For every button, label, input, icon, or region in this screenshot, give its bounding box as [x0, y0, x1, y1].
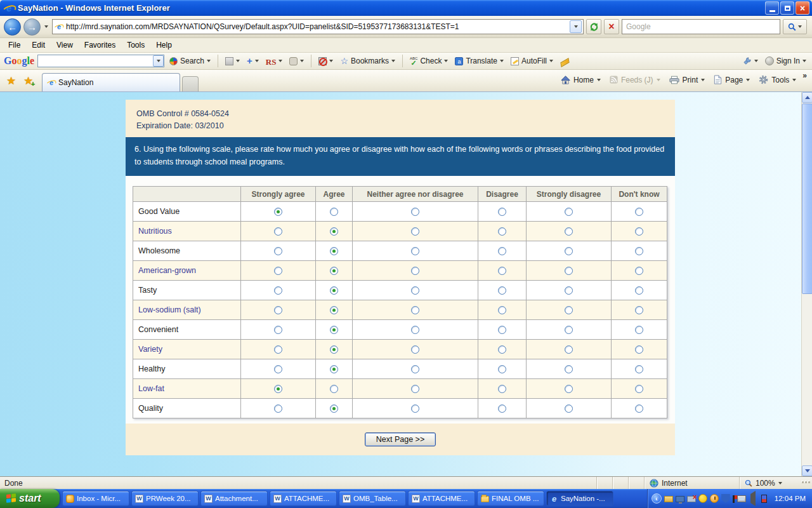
security-shield-icon[interactable]	[721, 494, 730, 503]
page-button[interactable]: Page	[710, 72, 754, 87]
radio-button[interactable]	[635, 385, 643, 393]
toolbar-search-input[interactable]: Google	[622, 19, 780, 34]
menu-item-help[interactable]: Help	[150, 39, 178, 51]
popup-blocker-button[interactable]	[317, 56, 335, 67]
radio-button[interactable]	[498, 247, 506, 255]
url-text[interactable]: http://mrd.saynation.com/MRDSAYNATION/QS…	[66, 22, 566, 31]
radio-button[interactable]	[635, 227, 643, 236]
radio-button[interactable]	[274, 306, 282, 314]
address-dropdown-button[interactable]	[570, 20, 582, 33]
radio-button[interactable]	[635, 208, 643, 216]
radio-button[interactable]	[565, 326, 573, 334]
taskbar-window-button[interactable]: WATTACHME...	[270, 491, 337, 506]
radio-button[interactable]	[565, 385, 573, 393]
radio-button[interactable]	[635, 286, 643, 295]
close-button[interactable]: ×	[796, 1, 809, 15]
bookmarks-button[interactable]: ☆ Bookmarks	[338, 55, 397, 67]
menu-item-view[interactable]: View	[51, 39, 79, 51]
search-go-button[interactable]	[783, 19, 807, 34]
radio-button[interactable]	[411, 385, 419, 393]
radio-button[interactable]	[635, 326, 643, 334]
radio-button[interactable]	[565, 208, 573, 216]
radio-button[interactable]	[274, 326, 282, 334]
radio-button[interactable]	[330, 247, 338, 255]
scroll-down-button[interactable]	[802, 465, 812, 476]
radio-button[interactable]	[274, 345, 282, 354]
radio-button[interactable]	[411, 208, 419, 216]
sign-in-button[interactable]: Sign In	[763, 55, 808, 67]
radio-button[interactable]	[411, 404, 419, 413]
toolbar-settings-button[interactable]	[741, 55, 760, 67]
menu-item-file[interactable]: File	[3, 39, 26, 51]
radio-button[interactable]	[330, 286, 338, 295]
scrollbar-thumb[interactable]	[802, 104, 812, 294]
tab-saynation[interactable]: e SayNation	[42, 73, 180, 91]
news-button[interactable]	[223, 56, 242, 67]
radio-button[interactable]	[274, 286, 282, 295]
radio-button[interactable]	[635, 365, 643, 373]
next-page-button[interactable]: Next Page >>	[365, 432, 436, 446]
taskbar-clock[interactable]: 12:04 PM	[775, 495, 806, 502]
radio-button[interactable]	[274, 404, 282, 413]
radio-button[interactable]	[411, 227, 419, 236]
radio-button[interactable]	[498, 286, 506, 295]
radio-button[interactable]	[330, 306, 338, 314]
new-mail-icon[interactable]	[664, 496, 673, 502]
translate-button[interactable]: a Translate	[453, 55, 506, 67]
radio-button[interactable]	[330, 345, 338, 354]
google-search-input[interactable]	[37, 55, 164, 67]
history-dropdown-icon[interactable]	[44, 25, 48, 28]
taskbar-window-button[interactable]: WATTACHME...	[408, 491, 475, 506]
command-overflow-button[interactable]: »	[800, 70, 809, 81]
radio-button[interactable]	[411, 247, 419, 255]
radio-button[interactable]	[274, 267, 282, 275]
radio-button[interactable]	[635, 267, 643, 275]
network-disconnected-icon[interactable]	[687, 496, 696, 502]
messenger-smiley-icon[interactable]	[698, 494, 707, 503]
google-search-dropdown[interactable]	[153, 55, 164, 67]
display-settings-icon[interactable]	[737, 495, 746, 502]
radio-button[interactable]	[565, 404, 573, 413]
radio-button[interactable]	[498, 326, 506, 334]
radio-button[interactable]	[498, 385, 506, 393]
radio-button[interactable]	[411, 286, 419, 295]
share-button[interactable]	[287, 56, 306, 67]
taskbar-window-button[interactable]: eSayNation -...	[546, 491, 613, 506]
radio-button[interactable]	[565, 267, 573, 275]
radio-button[interactable]	[330, 385, 338, 393]
rs-button[interactable]: RS	[264, 56, 285, 67]
autofill-button[interactable]: AutoFill	[509, 55, 555, 67]
radio-button[interactable]	[411, 306, 419, 314]
taskbar-window-button[interactable]: WPRWeek 20...	[131, 491, 199, 506]
menu-item-favorites[interactable]: Favorites	[79, 39, 121, 51]
restore-button[interactable]	[780, 1, 794, 15]
radio-button[interactable]	[565, 306, 573, 314]
radio-button[interactable]	[411, 267, 419, 275]
radio-button[interactable]	[274, 365, 282, 373]
language-flag-icon[interactable]	[733, 495, 735, 503]
radio-button[interactable]	[635, 247, 643, 255]
taskbar-window-button[interactable]: WAttachment...	[200, 491, 268, 506]
radio-button[interactable]	[498, 345, 506, 354]
radio-button[interactable]	[330, 208, 338, 216]
new-tab-button[interactable]	[182, 76, 199, 91]
taskbar-window-button[interactable]: WOMB_Table...	[339, 491, 406, 506]
add-tab-button[interactable]: +	[245, 56, 261, 67]
network-activity-icon[interactable]	[676, 496, 684, 502]
volume-icon[interactable]	[750, 491, 756, 506]
radio-button[interactable]	[565, 247, 573, 255]
radio-button[interactable]	[498, 267, 506, 275]
radio-button[interactable]	[498, 404, 506, 413]
favorites-button[interactable]: ★	[3, 73, 19, 89]
spellcheck-button[interactable]: ABC✓ Check	[408, 55, 450, 67]
radio-button[interactable]	[565, 365, 573, 373]
radio-button[interactable]	[274, 208, 282, 216]
radio-button[interactable]	[498, 365, 506, 373]
radio-button[interactable]	[411, 326, 419, 334]
print-button[interactable]: Print	[665, 73, 709, 87]
radio-button[interactable]	[565, 345, 573, 354]
radio-button[interactable]	[635, 345, 643, 354]
taskbar-window-button[interactable]: FINAL OMB ...	[477, 491, 544, 506]
radio-button[interactable]	[635, 404, 643, 413]
menu-item-tools[interactable]: Tools	[121, 39, 150, 51]
